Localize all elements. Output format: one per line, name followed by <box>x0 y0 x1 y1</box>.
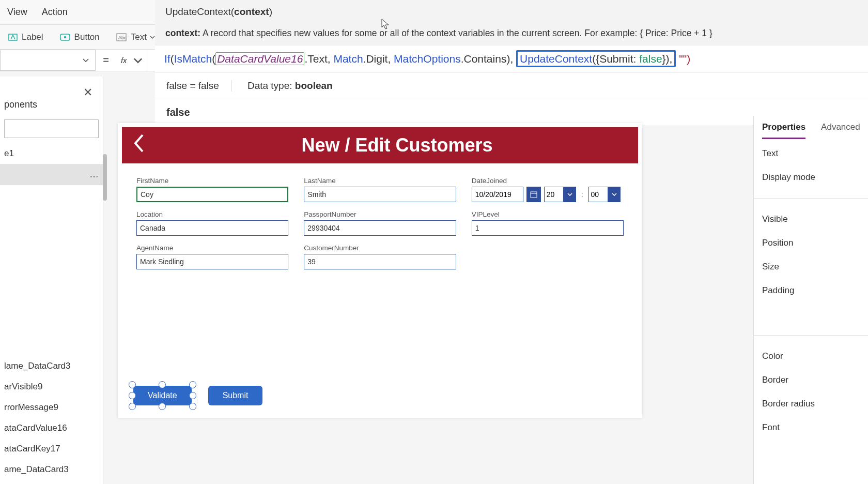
prop-row-position[interactable]: Position <box>762 238 860 248</box>
location-input[interactable] <box>136 220 288 236</box>
label-icon <box>8 33 18 42</box>
firstname-input[interactable] <box>136 187 288 202</box>
app-canvas: New / Edit Customers FirstName LastName … <box>118 123 642 418</box>
screen-header: New / Edit Customers <box>122 127 638 163</box>
resize-handle[interactable] <box>159 403 166 410</box>
insert-label-text: Label <box>22 32 43 42</box>
svg-point-2 <box>64 36 66 38</box>
prop-row-size[interactable]: Size <box>762 262 860 272</box>
field-lastname: LastName <box>304 177 456 202</box>
hour-dropdown[interactable]: 20 <box>544 187 576 202</box>
chevron-left-icon <box>132 133 146 154</box>
svg-rect-6 <box>531 192 537 198</box>
tree-search-input[interactable] <box>4 119 99 138</box>
field-label: LastName <box>304 177 456 185</box>
tree-view-panel: ✕ ponents e1 … lame_DataCard3 arVisible9… <box>0 77 103 484</box>
lastname-input[interactable] <box>304 187 456 202</box>
property-selector[interactable] <box>0 50 96 71</box>
time-sep: : <box>579 190 585 199</box>
field-label: FirstName <box>136 177 288 185</box>
chevron-down-icon <box>133 56 143 65</box>
result-datatype: Data type: boolean <box>247 80 333 92</box>
fx-button[interactable]: fx <box>116 50 147 71</box>
button-icon <box>60 33 70 41</box>
field-label: PassportNumber <box>304 210 456 218</box>
chevron-down-icon <box>612 193 617 196</box>
prop-row-displaymode[interactable]: Display mode <box>762 172 860 183</box>
chevron-down-icon <box>83 58 89 63</box>
tree-item[interactable]: ame_DataCard3 <box>0 459 103 480</box>
selected-control[interactable]: Validate <box>133 386 192 405</box>
prop-row-text[interactable]: Text <box>762 148 860 159</box>
prop-row-font[interactable]: Font <box>762 422 860 433</box>
tree-item[interactable]: ataCardValue16 <box>0 418 103 438</box>
equals-sign: = <box>96 50 116 71</box>
agentname-input[interactable] <box>136 254 288 269</box>
field-label: CustomerNumber <box>304 244 456 252</box>
passport-input[interactable] <box>304 220 456 236</box>
insert-label-button[interactable]: Label <box>0 32 52 42</box>
result-equation: false = false <box>166 80 232 92</box>
chevron-down-icon <box>150 36 155 39</box>
field-location: Location <box>136 210 288 236</box>
fx-icon: fx <box>121 56 130 65</box>
menu-action[interactable]: Action <box>35 7 75 18</box>
more-actions-icon[interactable]: … <box>89 169 99 180</box>
resize-handle[interactable] <box>129 392 136 399</box>
prop-row-padding[interactable]: Padding <box>762 285 860 296</box>
formula-editor[interactable]: If(IsMatch(DataCardValue16.Text, Match.D… <box>155 45 868 72</box>
insert-text-label: Text <box>131 32 147 42</box>
tree-item-screen[interactable]: e1 <box>0 143 103 164</box>
tab-advanced[interactable]: Advanced <box>821 122 860 139</box>
tab-properties[interactable]: Properties <box>762 122 805 139</box>
field-label: Location <box>136 210 288 218</box>
resize-handle[interactable] <box>129 381 136 388</box>
back-button[interactable] <box>122 133 156 158</box>
viplevel-input[interactable] <box>472 220 624 236</box>
edit-form: FirstName LastName DateJoined 20 : 00 <box>118 163 642 283</box>
tree-item[interactable]: lame_DataCard3 <box>0 356 103 376</box>
minute-dropdown[interactable]: 00 <box>588 187 621 202</box>
submit-button[interactable]: Submit <box>208 386 263 405</box>
divider <box>754 198 868 199</box>
properties-panel: Properties Advanced Text Display mode Vi… <box>753 116 868 484</box>
customernumber-input[interactable] <box>304 254 456 269</box>
mouse-cursor-icon <box>381 19 390 30</box>
tree-item[interactable]: ataCardKey17 <box>0 438 103 459</box>
divider <box>754 335 868 336</box>
function-signature: UpdateContext(context) <box>155 0 868 22</box>
prop-row-borderradius[interactable]: Border radius <box>762 399 860 409</box>
prop-row-color[interactable]: Color <box>762 351 860 361</box>
field-passport: PassportNumber <box>304 210 456 236</box>
insert-button-button[interactable]: Button <box>52 32 108 42</box>
field-viplevel: VIPLevel <box>472 210 624 236</box>
screen-title: New / Edit Customers <box>156 134 638 156</box>
properties-list: Text Display mode Visible Position Size … <box>754 139 868 442</box>
chevron-down-icon <box>567 193 572 196</box>
prop-row-visible[interactable]: Visible <box>762 214 860 224</box>
resize-handle[interactable] <box>129 403 136 410</box>
field-datejoined: DateJoined 20 : 00 <box>472 177 624 202</box>
prop-row-border[interactable]: Border <box>762 375 860 385</box>
resize-handle[interactable] <box>189 381 196 388</box>
field-customernumber: CustomerNumber <box>304 244 456 269</box>
field-label: VIPLevel <box>472 210 624 218</box>
tree-item-selected[interactable]: … <box>0 164 103 185</box>
button-row: Validate Submit <box>133 386 262 405</box>
scrollbar-thumb[interactable] <box>103 154 107 201</box>
properties-tabs: Properties Advanced <box>754 116 868 139</box>
tree-item[interactable]: rrorMessage9 <box>0 397 103 418</box>
menu-view[interactable]: View <box>0 7 35 18</box>
date-input[interactable] <box>472 187 523 202</box>
formula-result-summary: false = false Data type: boolean <box>155 72 868 99</box>
tree-item[interactable]: arVisible9 <box>0 376 103 397</box>
resize-handle[interactable] <box>189 392 196 399</box>
resize-handle[interactable] <box>189 403 196 410</box>
field-label: AgentName <box>136 244 288 252</box>
svg-text:Abc: Abc <box>118 35 127 40</box>
function-help-text: context: A record that specifies new val… <box>155 22 868 45</box>
calendar-button[interactable] <box>526 187 541 202</box>
field-agentname: AgentName <box>136 244 288 269</box>
field-label: DateJoined <box>472 177 624 185</box>
close-tree-button[interactable]: ✕ <box>83 86 92 99</box>
